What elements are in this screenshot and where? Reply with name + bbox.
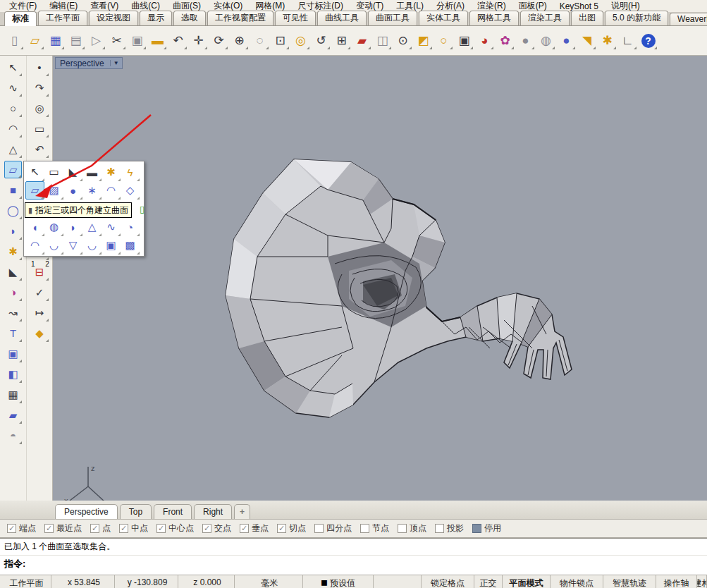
checkbox[interactable]: ✓ — [119, 524, 128, 533]
array-icon[interactable]: ▦ — [4, 386, 22, 403]
color-wheel-icon[interactable]: ✿ — [496, 31, 515, 50]
zoom-dynamic-icon[interactable]: ◌ — [250, 31, 269, 50]
save-icon[interactable]: ▦ — [46, 31, 65, 50]
checkbox[interactable]: ✓ — [202, 524, 211, 533]
popup-extrude-icon[interactable]: ◍ — [44, 218, 63, 236]
dimension-icon[interactable]: ∟ — [618, 31, 637, 50]
export-icon[interactable]: ▷ — [87, 31, 106, 50]
undo-icon[interactable]: ↶ — [168, 31, 187, 50]
tab-curve-tools[interactable]: 曲线工具 — [317, 11, 367, 25]
fillet-icon[interactable]: ◣ — [4, 263, 22, 281]
options-gear-icon[interactable]: ✱ — [598, 31, 617, 50]
interp-curve-icon[interactable]: ↷ — [31, 79, 49, 97]
light-icon[interactable]: ○ — [434, 31, 453, 50]
popup-heightfield-icon[interactable]: ▣ — [102, 236, 121, 255]
status-planar[interactable]: 平面模式 — [503, 575, 551, 588]
blend-curve-icon[interactable]: ↶ — [31, 140, 49, 158]
status-cplane[interactable]: 工作平面 — [0, 575, 51, 588]
popup-patch-icon[interactable]: ▨ — [44, 181, 63, 200]
vtab-front[interactable]: Front — [154, 504, 192, 519]
color-icon[interactable]: ◑ — [4, 283, 22, 301]
osnap-tangent[interactable]: ✓ 切点 — [277, 522, 306, 534]
status-record-history[interactable]: 记录建构历史 — [697, 575, 707, 588]
status-grid-snap[interactable]: 锁定格点 — [422, 575, 474, 588]
plane-icon[interactable]: ▰ — [4, 406, 22, 424]
popup-srf-corner-points-icon[interactable]: ▱ — [25, 181, 44, 200]
point-icon[interactable]: • — [31, 59, 49, 76]
surface-corner-points-icon[interactable]: ▱ — [4, 161, 22, 178]
boolean-icon[interactable]: ◓ — [4, 427, 22, 444]
text-icon[interactable]: T — [4, 324, 22, 342]
status-gumball[interactable]: 操作轴 — [656, 575, 697, 588]
tab-solid-tools[interactable]: 实体工具 — [419, 11, 468, 25]
popup-edge-srf-icon[interactable]: ◣ — [63, 163, 82, 181]
checkbox[interactable]: ✓ — [44, 524, 54, 533]
checkbox[interactable] — [435, 524, 444, 533]
block-icon[interactable]: ▣ — [4, 345, 22, 362]
vtab-right[interactable]: Right — [194, 504, 232, 519]
boolean-cube-icon[interactable]: ◧ — [4, 365, 22, 383]
display-mode-car-icon[interactable]: ▰ — [352, 31, 371, 50]
popup-sweep-icon[interactable]: ∿ — [102, 218, 121, 236]
torus-icon[interactable]: ◯ — [4, 202, 22, 219]
osnap-mid[interactable]: ✓ 中点 — [119, 522, 148, 534]
pan-icon[interactable]: ✛ — [189, 31, 208, 50]
checkbox[interactable]: ✓ — [156, 524, 166, 533]
selection-filter-icon[interactable]: ◩ — [414, 31, 433, 50]
tab-set-view[interactable]: 设定视图 — [89, 11, 138, 25]
undo-view-icon[interactable]: ↺ — [312, 31, 331, 50]
popup-sweep1-icon[interactable]: ◠ — [25, 236, 44, 255]
popup-sweep2-icon[interactable]: ◡ — [44, 236, 63, 255]
status-z[interactable]: z 0.000 — [178, 575, 235, 588]
status-ortho[interactable]: 正交 — [474, 575, 503, 588]
zoom-window-icon[interactable]: ⊡ — [271, 31, 290, 50]
checkbox[interactable]: ✓ — [277, 524, 286, 533]
pull-icon[interactable]: ↦ — [31, 304, 49, 321]
new-file-icon[interactable]: ▯ — [5, 31, 24, 50]
status-y[interactable]: y -130.809 — [115, 575, 178, 588]
tab-drafting[interactable]: 出图 — [571, 11, 603, 25]
checkbox[interactable]: ✓ — [7, 524, 16, 533]
popup-diamond-srf-icon[interactable]: ◇ — [121, 181, 140, 200]
tab-surface-tools[interactable]: 曲面工具 — [368, 11, 417, 25]
vtab-top[interactable]: Top — [120, 504, 152, 519]
control-point-curve-icon[interactable]: ∿ — [4, 79, 22, 97]
arc-icon[interactable]: ◠ — [4, 120, 22, 137]
tab-mesh-tools[interactable]: 网格工具 — [469, 11, 519, 25]
status-osnap[interactable]: 物件锁点 — [551, 575, 603, 588]
mesh-model[interactable] — [152, 94, 574, 436]
cone-gold-icon[interactable]: ◆ — [31, 324, 49, 342]
popup-drape-icon[interactable]: ◡ — [82, 236, 102, 255]
ellipse-icon[interactable]: ◎ — [31, 99, 49, 117]
render-cone-icon[interactable]: ◥ — [577, 31, 596, 50]
popup-rail-srf-icon[interactable]: ◗ — [63, 218, 82, 236]
popup-planar-srf-icon[interactable]: ▬ — [82, 163, 102, 181]
copy-icon[interactable]: ▣ — [128, 31, 147, 50]
popup-point-grid-icon[interactable]: ▩ — [121, 236, 140, 255]
checkbox[interactable] — [360, 524, 369, 533]
osnap-vertex[interactable]: 顶点 — [398, 522, 426, 534]
osnap-end[interactable]: ✓ 端点 — [7, 522, 36, 534]
cut-icon[interactable]: ✂ — [107, 31, 126, 50]
circle-icon[interactable]: ○ — [4, 99, 22, 117]
rotate-view-icon[interactable]: ⟳ — [209, 31, 228, 50]
popup-points-rect-icon[interactable]: ▭ — [44, 163, 63, 181]
osnap-quadrant[interactable]: 四分点 — [314, 522, 352, 534]
explode-icon[interactable]: ✱ — [4, 243, 22, 260]
paste-icon[interactable]: ▬ — [148, 31, 167, 50]
osnap-disable-toggle[interactable]: 停用 — [472, 522, 501, 534]
vtab-perspective[interactable]: Perspective — [55, 504, 118, 519]
zoom-in-icon[interactable]: ⊕ — [230, 31, 249, 50]
osnap-perpendicular[interactable]: ✓ 垂点 — [240, 522, 269, 534]
viewport-title-bar[interactable]: Perspective ▼ — [55, 57, 123, 69]
rectangle-icon[interactable]: ▭ — [31, 120, 49, 137]
popup-ball-icon[interactable]: ◔ — [121, 218, 140, 236]
status-units[interactable]: 毫米 — [235, 575, 303, 588]
polyline-icon[interactable]: △ — [4, 140, 22, 158]
menu-file[interactable]: 文件(F) — [3, 0, 43, 12]
command-prompt[interactable]: 指令: — [0, 556, 707, 572]
zoom-selected-icon[interactable]: ◎ — [291, 31, 310, 50]
cplane-clock-icon[interactable]: ⊙ — [393, 31, 412, 50]
menu-keyshot[interactable]: KeyShot 5 — [553, 1, 605, 11]
shaded-mode-icon[interactable]: ◕ — [475, 31, 494, 50]
